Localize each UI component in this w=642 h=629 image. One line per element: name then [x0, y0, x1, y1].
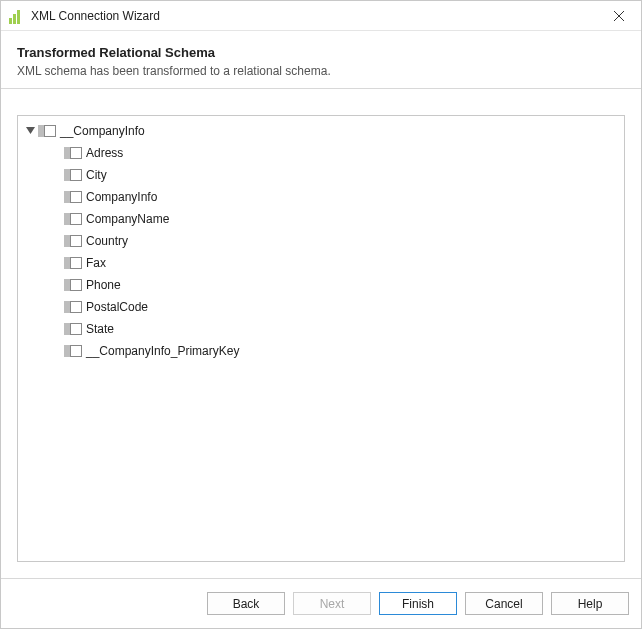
tree-child-row[interactable]: Fax: [18, 252, 624, 274]
node-label: __CompanyInfo_PrimaryKey: [86, 344, 239, 358]
column-icon: [64, 301, 82, 313]
back-button[interactable]: Back: [207, 592, 285, 615]
tree-child-row[interactable]: Phone: [18, 274, 624, 296]
node-label: State: [86, 322, 114, 336]
wizard-header: Transformed Relational Schema XML schema…: [1, 31, 641, 89]
column-icon: [64, 279, 82, 291]
tree-child-row[interactable]: __CompanyInfo_PrimaryKey: [18, 340, 624, 362]
column-icon: [64, 191, 82, 203]
dialog-window: XML Connection Wizard Transformed Relati…: [0, 0, 642, 629]
table-icon: [38, 125, 56, 137]
tree-child-row[interactable]: CompanyName: [18, 208, 624, 230]
node-label: Adress: [86, 146, 123, 160]
help-button[interactable]: Help: [551, 592, 629, 615]
node-label: Phone: [86, 278, 121, 292]
close-icon: [614, 11, 624, 21]
tree-child-row[interactable]: City: [18, 164, 624, 186]
node-label: CompanyName: [86, 212, 169, 226]
tree-child-row[interactable]: Country: [18, 230, 624, 252]
column-icon: [64, 345, 82, 357]
node-label: PostalCode: [86, 300, 148, 314]
cancel-button[interactable]: Cancel: [465, 592, 543, 615]
window-title: XML Connection Wizard: [31, 9, 599, 23]
node-label: Country: [86, 234, 128, 248]
tree-child-row[interactable]: CompanyInfo: [18, 186, 624, 208]
wizard-footer: Back Next Finish Cancel Help: [1, 578, 641, 628]
column-icon: [64, 169, 82, 181]
page-heading: Transformed Relational Schema: [17, 45, 625, 60]
node-label: City: [86, 168, 107, 182]
content-area: __CompanyInfo Adress City CompanyInfo C: [1, 89, 641, 578]
expander-icon[interactable]: [24, 125, 36, 137]
node-label: CompanyInfo: [86, 190, 157, 204]
node-label: __CompanyInfo: [60, 124, 145, 138]
tree-child-row[interactable]: Adress: [18, 142, 624, 164]
column-icon: [64, 235, 82, 247]
column-icon: [64, 323, 82, 335]
page-subheading: XML schema has been transformed to a rel…: [17, 64, 625, 78]
column-icon: [64, 147, 82, 159]
tree-child-row[interactable]: State: [18, 318, 624, 340]
tree-child-row[interactable]: PostalCode: [18, 296, 624, 318]
schema-tree[interactable]: __CompanyInfo Adress City CompanyInfo C: [17, 115, 625, 562]
svg-marker-2: [26, 127, 35, 134]
node-label: Fax: [86, 256, 106, 270]
tree-root-row[interactable]: __CompanyInfo: [18, 120, 624, 142]
finish-button[interactable]: Finish: [379, 592, 457, 615]
column-icon: [64, 257, 82, 269]
close-button[interactable]: [599, 2, 639, 30]
column-icon: [64, 213, 82, 225]
next-button: Next: [293, 592, 371, 615]
app-icon: [9, 8, 25, 24]
titlebar: XML Connection Wizard: [1, 1, 641, 31]
